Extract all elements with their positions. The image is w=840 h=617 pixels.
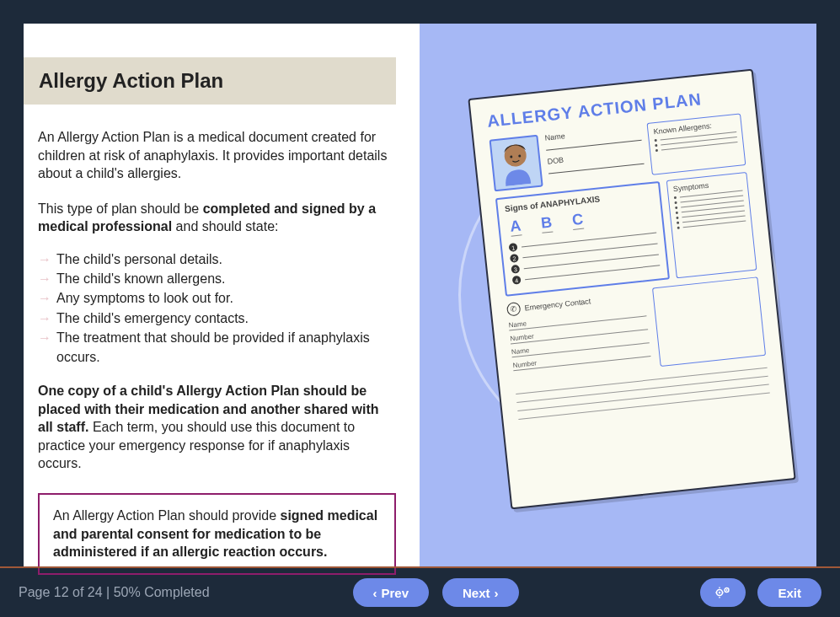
progress-text: Page 12 of 24 | 50% Completed (19, 585, 210, 600)
prelist-paragraph: This type of plan should be completed an… (38, 200, 396, 236)
emergency-block: ✆ Emergency Contact Name Number Name Num… (506, 289, 652, 383)
document-illustration: ALLERGY ACTION PLAN Name DOB (468, 69, 795, 510)
intro-paragraph: An Allergy Action Plan is a medical docu… (38, 128, 396, 183)
right-panel: ALLERGY ACTION PLAN Name DOB (420, 24, 816, 566)
svg-point-4 (719, 592, 720, 593)
exit-button[interactable]: Exit (757, 578, 821, 607)
list-item: The treatment that should be provided if… (38, 328, 396, 367)
chevron-right-icon: › (495, 586, 499, 600)
dob-label: DOB (547, 156, 564, 166)
settings-button[interactable] (700, 578, 746, 607)
callout-box: An Allergy Action Plan should provide si… (38, 493, 396, 575)
emergency-label: Emergency Contact (524, 297, 591, 312)
bullet-list: The child's personal details. The child'… (38, 249, 396, 367)
right-buttons: Exit (700, 578, 821, 607)
list-item: The child's known allergens. (38, 269, 396, 288)
name-block: Name DOB (544, 124, 645, 186)
prev-button[interactable]: ‹ Prev (353, 578, 430, 607)
abc-b: B (540, 214, 553, 233)
copy-paragraph: One copy of a child's Allergy Action Pla… (38, 382, 396, 473)
phone-icon: ✆ (506, 302, 522, 317)
page-title: Allergy Action Plan (39, 69, 381, 93)
prev-label: Prev (382, 586, 409, 600)
list-item: The child's personal details. (38, 249, 396, 269)
next-button[interactable]: Next › (442, 578, 519, 607)
symptoms-box: Symptoms (666, 172, 757, 278)
child-avatar-icon (495, 139, 538, 187)
bottom-bar: Page 12 of 24 | 50% Completed ‹ Prev Nex… (0, 566, 840, 617)
blank-box (652, 276, 766, 367)
chevron-left-icon: ‹ (373, 586, 377, 600)
nav-buttons: ‹ Prev Next › (353, 578, 519, 607)
exit-label: Exit (778, 586, 801, 600)
signs-box: Signs of ANAPHYLAXIS A B C 1 2 3 4 (495, 181, 670, 297)
callout-a: An Allergy Action Plan should provide (53, 508, 281, 523)
list-item: The child's emergency contacts. (38, 308, 396, 328)
abc-c: C (571, 211, 584, 230)
next-label: Next (463, 586, 490, 600)
svg-point-10 (726, 589, 728, 591)
list-item: Any symptoms to look out for. (38, 288, 396, 308)
prelist-b: and should state: (172, 219, 278, 233)
child-photo (490, 135, 543, 192)
left-panel: Allergy Action Plan An Allergy Action Pl… (24, 24, 420, 566)
abc-a: A (509, 217, 522, 236)
prelist-a: This type of plan should be (38, 201, 203, 216)
content-area: Allergy Action Plan An Allergy Action Pl… (24, 24, 816, 566)
allergens-box: Known Allergens: (647, 113, 746, 174)
title-bar: Allergy Action Plan (24, 57, 396, 105)
gear-icon (715, 587, 730, 598)
